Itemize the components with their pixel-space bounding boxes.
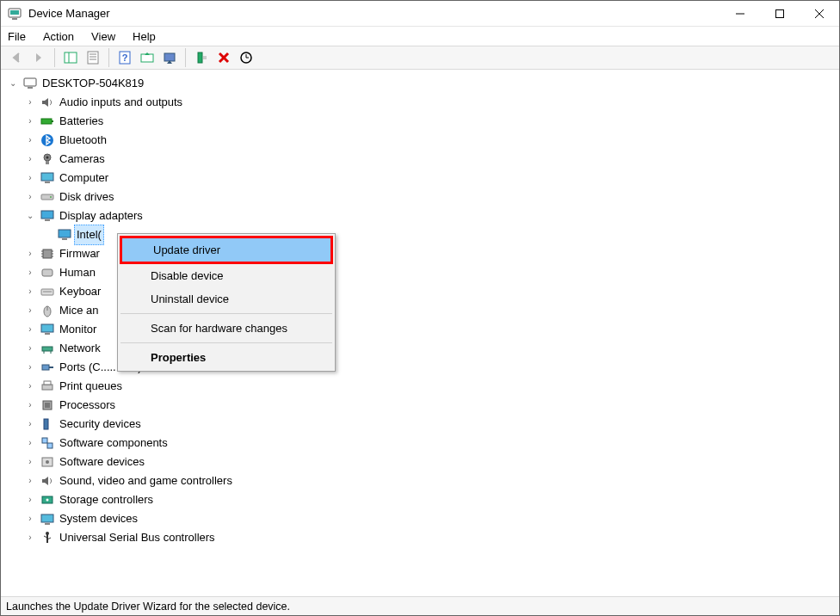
usb-icon: [40, 531, 54, 545]
svg-rect-61: [44, 419, 48, 429]
properties-sheet-icon: [86, 51, 100, 65]
tree-item-system[interactable]: › System devices: [25, 509, 839, 528]
minimize-button[interactable]: [720, 1, 760, 26]
tree-item-usb[interactable]: › Universal Serial Bus controllers: [25, 528, 839, 547]
nav-forward-button: [28, 48, 49, 67]
menu-view[interactable]: View: [91, 30, 115, 43]
speaker-icon: [40, 95, 54, 109]
enable-device-icon: [195, 51, 208, 65]
svg-rect-52: [42, 347, 52, 351]
svg-rect-1: [10, 10, 19, 15]
svg-rect-36: [59, 230, 71, 237]
svg-rect-29: [46, 161, 49, 164]
toolbar: ?: [1, 46, 839, 70]
menu-file[interactable]: File: [8, 30, 26, 43]
tree-root[interactable]: ⌄ DESKTOP-504K819: [8, 74, 839, 93]
ctx-properties[interactable]: Properties: [120, 346, 333, 369]
tree-item-bluetooth[interactable]: › Bluetooth: [25, 131, 839, 150]
help-toolbar-button[interactable]: ?: [114, 48, 135, 67]
expand-icon[interactable]: ›: [25, 93, 35, 112]
maximize-icon: [775, 9, 784, 18]
menu-action[interactable]: Action: [43, 30, 74, 43]
uninstall-x-icon: [217, 51, 231, 65]
svg-rect-68: [41, 514, 53, 522]
expand-icon[interactable]: ›: [25, 244, 35, 263]
collapse-icon[interactable]: ⌄: [8, 74, 18, 93]
expand-icon[interactable]: ›: [25, 528, 35, 547]
expand-icon[interactable]: ›: [25, 339, 35, 358]
properties-toolbar-button[interactable]: [83, 48, 103, 67]
collapse-icon[interactable]: ⌄: [25, 206, 35, 225]
arrow-left-icon: [9, 51, 23, 65]
display-adapter-icon: [58, 228, 71, 242]
close-button[interactable]: [800, 1, 839, 26]
svg-point-67: [46, 499, 49, 502]
disable-device-icon: [163, 51, 176, 65]
ctx-uninstall-device[interactable]: Uninstall device: [120, 287, 333, 311]
svg-rect-63: [47, 443, 52, 448]
expand-icon[interactable]: ›: [25, 301, 35, 320]
svg-point-71: [46, 532, 49, 535]
security-icon: [40, 417, 54, 431]
tree-item-processors[interactable]: › Processors: [25, 396, 839, 415]
svg-rect-55: [42, 365, 49, 370]
tree-item-cameras[interactable]: › Cameras: [25, 150, 839, 169]
scan-hardware-icon: [239, 51, 253, 65]
tree-item-audio[interactable]: › Audio inputs and outputs: [25, 93, 839, 112]
svg-point-65: [46, 460, 49, 464]
expand-icon[interactable]: ›: [25, 112, 35, 131]
menu-help[interactable]: Help: [133, 30, 156, 43]
tree-item-software-components[interactable]: › Software components: [25, 434, 839, 453]
statusbar-text: Launches the Update Driver Wizard for th…: [6, 601, 290, 613]
uninstall-device-toolbar-button[interactable]: [213, 48, 234, 67]
tree-item-diskdrives[interactable]: › Disk drives: [25, 188, 839, 206]
expand-icon[interactable]: ›: [25, 453, 35, 471]
disk-icon: [40, 190, 54, 204]
expand-icon[interactable]: ›: [25, 131, 35, 150]
statusbar: Launches the Update Driver Wizard for th…: [1, 596, 839, 615]
scan-hardware-toolbar-button[interactable]: [236, 48, 256, 67]
tree-item-computer[interactable]: › Computer: [25, 169, 839, 188]
ctx-disable-device[interactable]: Disable device: [120, 264, 333, 287]
expand-icon[interactable]: ›: [25, 150, 35, 169]
expand-icon[interactable]: ›: [25, 320, 35, 339]
chip-icon: [40, 247, 54, 261]
maximize-button[interactable]: [760, 1, 800, 26]
tree-root-label: DESKTOP-504K819: [42, 74, 144, 93]
tree-item-print-queues[interactable]: › Print queues: [25, 377, 839, 396]
tree-item-storage[interactable]: › Storage controllers: [25, 490, 839, 509]
expand-icon[interactable]: ›: [25, 282, 35, 301]
show-hide-tree-button[interactable]: [60, 48, 81, 67]
expand-icon[interactable]: ›: [25, 471, 35, 490]
expand-icon[interactable]: ›: [25, 263, 35, 282]
tree-item-software-devices[interactable]: › Software devices: [25, 453, 839, 471]
update-driver-toolbar-button[interactable]: [137, 48, 158, 67]
tree-item-sound[interactable]: › Sound, video and game controllers: [25, 471, 839, 490]
disable-device-toolbar-button[interactable]: [159, 48, 180, 67]
svg-rect-15: [141, 54, 153, 62]
device-tree[interactable]: ⌄ DESKTOP-504K819 › Audio inputs and out…: [1, 70, 839, 596]
svg-rect-4: [776, 9, 784, 17]
svg-rect-37: [62, 238, 67, 240]
expand-icon[interactable]: ›: [25, 169, 35, 188]
sound-icon: [40, 474, 54, 488]
svg-rect-22: [24, 78, 36, 86]
expand-icon[interactable]: ›: [25, 509, 35, 528]
expand-icon[interactable]: ›: [25, 434, 35, 453]
expand-icon[interactable]: ›: [25, 358, 35, 377]
tree-item-batteries[interactable]: › Batteries: [25, 112, 839, 131]
expand-icon[interactable]: ›: [25, 377, 35, 396]
network-icon: [40, 342, 54, 355]
expand-icon[interactable]: ›: [25, 396, 35, 415]
ctx-update-driver[interactable]: Update driver: [122, 238, 330, 262]
panel-icon: [64, 51, 77, 65]
expand-icon[interactable]: ›: [25, 490, 35, 509]
ctx-scan-hardware[interactable]: Scan for hardware changes: [120, 317, 333, 340]
expand-icon[interactable]: ›: [25, 415, 35, 434]
tree-item-display-adapters[interactable]: ⌄ Display adapters: [25, 206, 839, 225]
tree-item-security[interactable]: › Security devices: [25, 415, 839, 434]
monitor-icon: [40, 171, 54, 185]
svg-rect-7: [65, 52, 77, 63]
enable-device-toolbar-button[interactable]: [191, 48, 212, 67]
expand-icon[interactable]: ›: [25, 188, 35, 206]
